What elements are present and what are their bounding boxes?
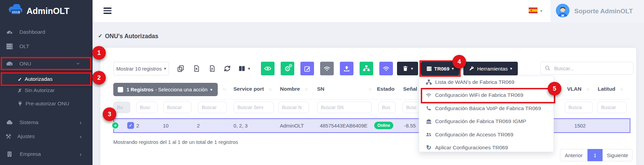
user-avatar	[556, 4, 569, 19]
annotation-step-3: 3	[103, 107, 116, 121]
upload-button[interactable]	[340, 62, 353, 75]
menu-item-config-voip[interactable]: Configuración Básica VoIP de Fabrica TR0…	[419, 103, 554, 114]
sort-icon[interactable]: ↑↓	[223, 87, 226, 91]
sitemap-icon	[425, 79, 433, 86]
expand-row-button[interactable]: +	[112, 122, 119, 129]
column-header-senal[interactable]: Señal	[403, 85, 417, 93]
cloud-icon	[5, 118, 14, 126]
language-selector[interactable]: ▾	[529, 7, 542, 14]
export-excel-button[interactable]	[191, 63, 201, 74]
dome-icon	[425, 118, 433, 125]
filter-input[interactable]	[136, 102, 158, 113]
sitemap-icon	[363, 65, 370, 72]
column-header-vlan[interactable]: VLAN ↑↓	[567, 85, 589, 93]
copy-button[interactable]	[176, 63, 186, 74]
filter-input-nombre[interactable]	[278, 102, 309, 113]
filter-input-service-port[interactable]	[234, 102, 274, 113]
trash-icon	[402, 65, 409, 72]
sidebar-item-label: OLT	[19, 43, 29, 49]
pagination-page-1[interactable]: 1	[588, 149, 602, 161]
caret-down-icon: ▾	[164, 66, 166, 71]
brand-logo[interactable]: AdminOLT	[7, 4, 69, 17]
phone-icon	[425, 105, 433, 112]
filter-input-sn[interactable]	[317, 102, 371, 113]
menu-item-config-igmp[interactable]: Configuración de Fabrica TR069 IGMP	[419, 116, 554, 126]
brand-name: AdminOLT	[27, 6, 69, 16]
caret-down-icon: ▾	[510, 66, 512, 71]
search-box	[540, 62, 633, 75]
refresh-button[interactable]	[222, 63, 233, 74]
annotation-step-4: 4	[452, 55, 466, 69]
pagination-next-button[interactable]: Siguiente	[602, 149, 632, 161]
selection-action-label: - Selecciona una acción	[155, 87, 208, 92]
caret-down-icon: ▾	[248, 66, 250, 71]
caret-down-icon: ▾	[411, 66, 413, 71]
sidebar-item-olt[interactable]: OLT	[0, 42, 93, 51]
tools-label: Herramientas	[477, 66, 508, 72]
column-header-estado[interactable]: Estado	[377, 85, 395, 93]
sidebar-item-ajustes[interactable]: ⚒ Ajustes ›	[0, 132, 93, 141]
sort-icon: ↑↓	[368, 87, 371, 91]
hamburger-icon	[103, 7, 112, 9]
pagination-prev-button[interactable]: Anterior	[560, 149, 588, 161]
delete-dropdown[interactable]: ▾	[397, 62, 418, 75]
filter-input-vlan[interactable]	[565, 102, 593, 113]
sidebar-item-sin-autorizar[interactable]: ✗ Sin Autorizar	[0, 86, 93, 95]
row-cell-sn: 48575443EAB6409E	[315, 123, 373, 129]
sidebar-item-label: Empresa	[20, 151, 41, 157]
sort-icon: ↑↓	[305, 87, 308, 91]
column-header-sn[interactable]: SN ↑↓	[317, 85, 371, 93]
gear-small-icon: ⚙	[288, 63, 293, 68]
export-document-button[interactable]	[207, 63, 217, 74]
caret-down-icon: ▾	[210, 88, 212, 92]
users-icon	[425, 131, 433, 138]
edit-button[interactable]	[300, 62, 314, 75]
filter-input-senal[interactable]	[402, 102, 420, 113]
show-entries-dropdown[interactable]: Mostrar 10 registros ▾	[113, 62, 169, 75]
filter-input-estado[interactable]	[378, 102, 396, 113]
sidebar-item-dashboard[interactable]: Dashboard	[0, 28, 93, 36]
server-icon	[5, 42, 14, 50]
menu-item-lista-wans[interactable]: Lista de WAN's de Fabrica TR069	[419, 77, 554, 87]
network-map-button[interactable]	[360, 62, 373, 75]
select-all-checkbox[interactable]	[118, 87, 123, 92]
selection-action-dropdown[interactable]: 1 Registros - Selecciona una acción ▾	[113, 83, 218, 96]
menu-item-config-accesos[interactable]: Configuración de Accesos TR069	[419, 130, 554, 140]
wifi-config-button[interactable]	[320, 62, 334, 75]
services-button[interactable]: ⚙ ⚙	[281, 62, 294, 75]
edit-icon	[304, 65, 311, 72]
filter-input[interactable]	[198, 102, 227, 113]
wifi-button[interactable]	[379, 62, 393, 75]
sidebar-item-pre-autorizar[interactable]: Pre-autorizar ONU	[0, 99, 93, 108]
column-header-nombre[interactable]: Nombre ↑↓	[280, 85, 308, 93]
sidebar-item-empresa[interactable]: Empresa ›	[0, 150, 93, 159]
chevron-right-icon: ›	[80, 151, 82, 157]
column-header-service-port[interactable]: Service port ↑↓	[233, 85, 272, 93]
row-cell-senal: -8.55	[400, 123, 420, 129]
sidebar-toggle-button[interactable]	[103, 7, 112, 14]
app-window: AdminOLT Dashboard OLT ONU › ✓	[0, 0, 644, 165]
page-title-row: ✓ ONU's Autorizadas	[98, 32, 159, 40]
annotation-box-autorizadas	[1, 72, 92, 86]
tools-dropdown[interactable]: Herramientas ▾	[463, 62, 518, 75]
view-button[interactable]	[261, 62, 275, 75]
row-cell-col1: 2	[131, 123, 145, 129]
wifi-icon	[382, 65, 390, 72]
menu-item-aplicar-config[interactable]: ↻ Aplicar Configuraciones TR069	[419, 142, 554, 153]
search-input[interactable]	[554, 65, 626, 72]
plug-icon	[17, 100, 23, 107]
search-icon	[545, 65, 551, 71]
row-cell-nombre: AdminOLT	[275, 123, 309, 129]
filter-input[interactable]	[163, 102, 192, 113]
annotation-step-1: 1	[92, 46, 106, 60]
sidebar-item-sistema[interactable]: Sistema ›	[0, 118, 93, 127]
column-header-latitud[interactable]: Latitud ↑↓	[598, 85, 623, 93]
building-icon	[5, 150, 14, 158]
user-menu[interactable]: Soporte AdminOLT	[550, 0, 644, 22]
chevron-right-icon: ›	[80, 120, 82, 125]
sidebar-item-label: Dashboard	[19, 29, 45, 35]
column-visibility-dropdown[interactable]: ▾	[238, 63, 250, 74]
sort-icon: ↑↓	[620, 87, 623, 91]
tr069-menu: Lista de WAN's de Fabrica TR069 Configur…	[419, 76, 554, 152]
filter-input-latitud[interactable]	[597, 102, 627, 113]
